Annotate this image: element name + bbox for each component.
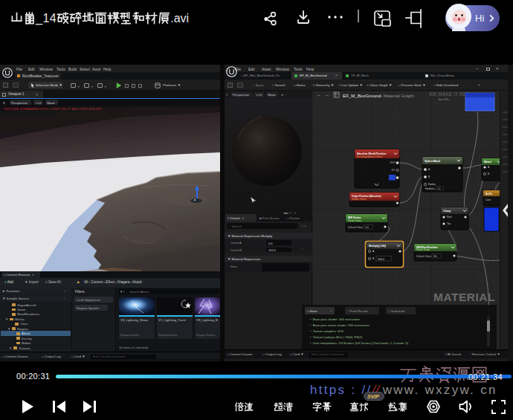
- svg-text:Shader Offsets: Shader Offsets: [352, 198, 367, 201]
- svg-text:SphereMask: SphereMask: [425, 160, 440, 163]
- svg-text:Root: Root: [447, 216, 452, 219]
- svg-text:B: B: [428, 175, 430, 178]
- svg-text:Clamp: Clamp: [443, 210, 451, 213]
- svg-text:3.0: 3.0: [433, 255, 437, 258]
- svg-text:Top: Top: [447, 222, 451, 225]
- svg-text:Materi: Materi: [484, 161, 491, 164]
- svg-text:←: ←: [317, 93, 321, 97]
- svg-text:Multiply(,100): Multiply(,100): [369, 245, 387, 248]
- svg-text:A=Cls: A=Cls: [485, 193, 492, 196]
- svg-text:100.0: 100.0: [378, 258, 384, 261]
- svg-text:1.1: 1.1: [437, 187, 441, 190]
- svg-text:B: B: [488, 172, 489, 175]
- svg-text:Excluding Material Offsets: Excluding Material Offsets: [357, 155, 383, 158]
- svg-text:Hardness: Hardness: [425, 187, 435, 190]
- svg-text:Default Value: Default Value: [348, 226, 363, 229]
- svg-text:Radius: Radius: [428, 183, 436, 186]
- svg-text:Param Scalar: Param Scalar: [416, 248, 430, 251]
- svg-text:Param Scalar: Param Scalar: [348, 219, 361, 222]
- svg-text:→: →: [325, 93, 329, 97]
- svg-text:Default Value: Default Value: [416, 255, 431, 258]
- svg-text:MATERIAL: MATERIAL: [433, 291, 495, 303]
- svg-text:XYZ: XYZ: [390, 161, 395, 164]
- svg-text:Cons: Cons: [485, 198, 491, 201]
- svg-text:1.0: 1.0: [365, 226, 369, 229]
- svg-text:EF_M_BoxGround: EF_M_BoxGround: [343, 93, 381, 98]
- svg-text:XY: XY: [391, 169, 395, 172]
- svg-text:for v 2.0+: for v 2.0+: [439, 98, 449, 101]
- svg-text:› Material Graph: › Material Graph: [381, 93, 414, 98]
